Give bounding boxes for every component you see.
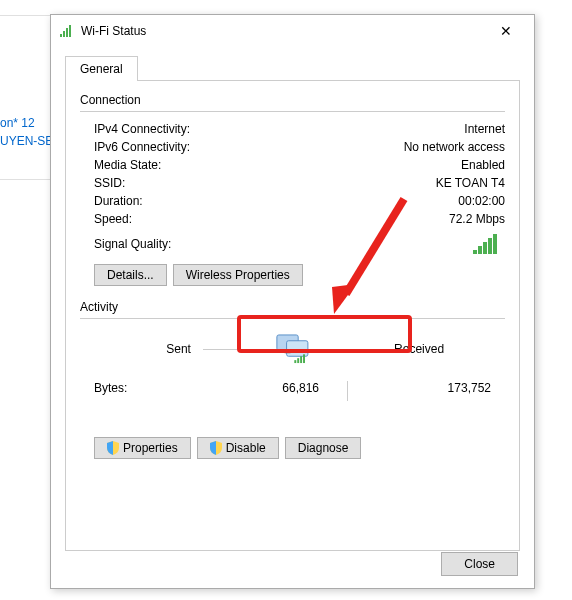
svg-rect-1 bbox=[63, 31, 65, 37]
bytes-sent-value: 66,816 bbox=[184, 381, 339, 401]
dialog-content: General Connection IPv4 Connectivity:Int… bbox=[51, 47, 534, 565]
divider bbox=[347, 381, 348, 401]
diagnose-button[interactable]: Diagnose bbox=[285, 437, 362, 459]
ssid-label: SSID: bbox=[94, 176, 125, 190]
signal-quality-label: Signal Quality: bbox=[94, 237, 171, 251]
titlebar: Wi-Fi Status ✕ bbox=[51, 15, 534, 47]
duration-value: 00:02:00 bbox=[458, 194, 505, 208]
duration-label: Duration: bbox=[94, 194, 143, 208]
ipv4-value: Internet bbox=[464, 122, 505, 136]
close-icon[interactable]: ✕ bbox=[486, 17, 526, 45]
disable-label: Disable bbox=[226, 441, 266, 455]
svg-rect-7 bbox=[294, 360, 296, 363]
signal-bars-icon bbox=[473, 234, 501, 254]
svg-rect-10 bbox=[303, 354, 305, 363]
svg-rect-6 bbox=[285, 350, 291, 353]
ipv4-label: IPv4 Connectivity: bbox=[94, 122, 190, 136]
ipv6-label: IPv6 Connectivity: bbox=[94, 140, 190, 154]
svg-rect-9 bbox=[300, 356, 302, 363]
received-label: Received bbox=[394, 342, 491, 356]
disable-button[interactable]: Disable bbox=[197, 437, 279, 459]
details-button[interactable]: Details... bbox=[94, 264, 167, 286]
background-panel bbox=[0, 15, 55, 180]
speed-value: 72.2 Mbps bbox=[449, 212, 505, 226]
tab-strip: General bbox=[65, 55, 520, 81]
svg-rect-2 bbox=[66, 28, 68, 37]
media-state-label: Media State: bbox=[94, 158, 161, 172]
wifi-status-dialog: Wi-Fi Status ✕ General Connection IPv4 C… bbox=[50, 14, 535, 589]
shield-icon bbox=[210, 441, 222, 455]
dialog-title: Wi-Fi Status bbox=[81, 24, 486, 38]
bytes-label: Bytes: bbox=[94, 381, 184, 401]
media-state-value: Enabled bbox=[461, 158, 505, 172]
monitor-icon bbox=[273, 333, 312, 365]
sent-label: Sent bbox=[94, 342, 191, 356]
wireless-properties-button[interactable]: Wireless Properties bbox=[173, 264, 303, 286]
connection-label: Connection bbox=[80, 93, 505, 107]
wifi-icon bbox=[59, 23, 75, 39]
general-panel: Connection IPv4 Connectivity:Internet IP… bbox=[65, 81, 520, 551]
svg-rect-8 bbox=[297, 358, 299, 363]
bytes-received-value: 173,752 bbox=[356, 381, 491, 401]
speed-label: Speed: bbox=[94, 212, 132, 226]
properties-button[interactable]: Properties bbox=[94, 437, 191, 459]
close-button[interactable]: Close bbox=[441, 552, 518, 576]
activity-graphic: Sent Received bbox=[80, 327, 505, 371]
tab-general[interactable]: General bbox=[65, 56, 138, 81]
divider bbox=[80, 318, 505, 319]
svg-rect-5 bbox=[287, 341, 308, 357]
properties-label: Properties bbox=[123, 441, 178, 455]
ssid-value: KE TOAN T4 bbox=[436, 176, 505, 190]
svg-rect-0 bbox=[60, 34, 62, 37]
divider bbox=[80, 111, 505, 112]
svg-rect-3 bbox=[69, 25, 71, 37]
shield-icon bbox=[107, 441, 119, 455]
ipv6-value: No network access bbox=[404, 140, 505, 154]
dialog-footer: Close bbox=[441, 552, 518, 576]
activity-label: Activity bbox=[80, 300, 505, 314]
divider bbox=[203, 349, 261, 350]
divider bbox=[324, 349, 382, 350]
